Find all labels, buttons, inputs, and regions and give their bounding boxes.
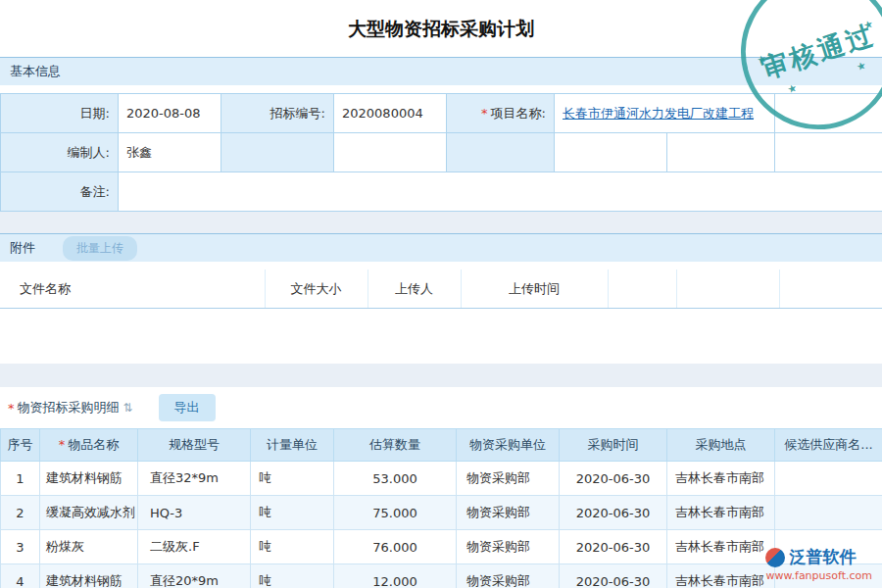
- attach-col-empty: [608, 270, 676, 309]
- attach-col-empty: [779, 270, 882, 309]
- empty-cell: [334, 133, 447, 172]
- date-label: 日期:: [1, 94, 119, 133]
- col-spec: 规格型号: [138, 429, 251, 462]
- project-link[interactable]: 长春市伊通河水力发电厂改建工程: [563, 106, 754, 121]
- detail-cell: 建筑材料钢筋: [40, 564, 138, 588]
- detail-cell: 4: [1, 564, 40, 588]
- detail-cell: 76.000: [334, 530, 457, 564]
- empty-label-cell: [447, 133, 555, 172]
- bid-no-label: 招标编号:: [221, 94, 334, 133]
- col-candidate-supplier: 候选供应商名...: [775, 429, 882, 462]
- col-purchase-time: 采购时间: [560, 429, 667, 462]
- project-label-text: 项目名称:: [491, 106, 546, 121]
- attachments-table: 文件名称 文件大小 上传人 上传时间: [0, 270, 882, 309]
- detail-cell: 物资采购部: [457, 496, 560, 530]
- detail-cell: 75.000: [334, 496, 457, 530]
- section-attachments-title: 附件: [10, 234, 35, 262]
- detail-cell: 2020-06-30: [560, 530, 667, 564]
- detail-cell: 吉林长春市南部: [667, 496, 775, 530]
- detail-cell: 物资采购部: [457, 564, 560, 588]
- detail-cell: [775, 462, 882, 496]
- details-section-header: * 物资招标采购明细 ⇅ 导出: [0, 387, 882, 428]
- brand-url: www.fanpusoft.com: [765, 569, 872, 582]
- preparer-value: 张鑫: [119, 133, 221, 172]
- project-value-cell: 长春市伊通河水力发电厂改建工程: [555, 94, 775, 133]
- col-purchase-place: 采购地点: [667, 429, 775, 462]
- bid-no-value: 2020080004: [334, 94, 447, 133]
- detail-cell: 物资采购部: [457, 530, 560, 564]
- empty-cell: [667, 133, 775, 172]
- required-mark: *: [59, 437, 66, 452]
- detail-cell: 2020-06-30: [560, 496, 667, 530]
- detail-cell: HQ-3: [138, 496, 251, 530]
- required-mark: *: [8, 401, 15, 416]
- remark-label: 备注:: [1, 172, 119, 212]
- preparer-label: 编制人:: [1, 133, 119, 172]
- form-row-1: 日期: 2020-08-08 招标编号: 2020080004 *项目名称: 长…: [1, 94, 882, 133]
- attachments-header-row: 文件名称 文件大小 上传人 上传时间: [0, 270, 882, 309]
- brand-name: 泛普软件: [790, 546, 857, 568]
- brand-logo-icon: [765, 548, 785, 567]
- brand-watermark: 泛普软件 www.fanpusoft.com: [765, 546, 872, 582]
- col-seq: 序号: [1, 429, 40, 462]
- detail-cell: 吨: [251, 496, 334, 530]
- detail-cell: 建筑材料钢筋: [40, 462, 138, 496]
- required-mark: *: [481, 106, 488, 121]
- detail-cell: 吨: [251, 530, 334, 564]
- detail-cell: 直径20*9m: [138, 564, 251, 588]
- details-header-row: 序号 *物品名称 规格型号 计量单位 估算数量 物资采购单位 采购时间 采购地点…: [1, 429, 882, 462]
- attach-col-empty: [676, 270, 779, 309]
- section-basic-info-title: 基本信息: [10, 58, 61, 85]
- detail-cell: 53.000: [334, 462, 457, 496]
- detail-cell: 吉林长春市南部: [667, 530, 775, 564]
- batch-upload-button[interactable]: 批量上传: [63, 236, 137, 261]
- remark-value: [119, 172, 882, 212]
- form-row-remark: 备注:: [1, 172, 882, 212]
- col-item-name-text: 物品名称: [68, 437, 119, 452]
- details-table: 序号 *物品名称 规格型号 计量单位 估算数量 物资采购单位 采购时间 采购地点…: [0, 428, 882, 588]
- detail-cell: 粉煤灰: [40, 530, 138, 564]
- form-row-2: 编制人: 张鑫: [1, 133, 882, 172]
- empty-cell: [775, 94, 882, 133]
- detail-row[interactable]: 3粉煤灰二级灰.F吨76.000物资采购部2020-06-30吉林长春市南部: [1, 530, 882, 564]
- date-value: 2020-08-08: [119, 94, 221, 133]
- attach-col-filesize: 文件大小: [265, 270, 368, 309]
- project-label: *项目名称:: [447, 94, 555, 133]
- page-title: 大型物资招标采购计划: [0, 0, 882, 57]
- section-divider: [0, 364, 882, 387]
- detail-cell: 2020-06-30: [560, 462, 667, 496]
- detail-cell: 12.000: [334, 564, 457, 588]
- detail-cell: 缓凝高效减水剂: [40, 496, 138, 530]
- detail-cell: 2020-06-30: [560, 564, 667, 588]
- detail-cell: 物资采购部: [457, 462, 560, 496]
- details-section-title: 物资招标采购明细: [18, 399, 120, 416]
- details-table-body: 1建筑材料钢筋直径32*9m吨53.000物资采购部2020-06-30吉林长春…: [1, 462, 882, 588]
- detail-cell: 2: [1, 496, 40, 530]
- attach-col-uploadtime: 上传时间: [461, 270, 608, 309]
- detail-cell: 1: [1, 462, 40, 496]
- section-basic-info: 基本信息: [0, 57, 882, 85]
- section-divider: [0, 212, 882, 233]
- detail-cell: 二级灰.F: [138, 530, 251, 564]
- detail-cell: 吨: [251, 564, 334, 588]
- detail-cell: [775, 496, 882, 530]
- empty-cell: [555, 133, 667, 172]
- detail-row[interactable]: 4建筑材料钢筋直径20*9m吨12.000物资采购部2020-06-30吉林长春…: [1, 564, 882, 588]
- detail-row[interactable]: 1建筑材料钢筋直径32*9m吨53.000物资采购部2020-06-30吉林长春…: [1, 462, 882, 496]
- basic-info-form: 日期: 2020-08-08 招标编号: 2020080004 *项目名称: 长…: [0, 93, 882, 212]
- detail-cell: 吨: [251, 462, 334, 496]
- section-attachments: 附件 批量上传: [0, 233, 882, 262]
- col-estimate-qty: 估算数量: [334, 429, 457, 462]
- sort-icon[interactable]: ⇅: [123, 401, 133, 415]
- attach-col-filename: 文件名称: [0, 270, 265, 309]
- export-button[interactable]: 导出: [159, 394, 216, 421]
- empty-label-cell: [221, 133, 334, 172]
- empty-cell: [775, 133, 882, 172]
- col-unit: 计量单位: [251, 429, 334, 462]
- col-purchase-dept: 物资采购单位: [457, 429, 560, 462]
- detail-cell: 吉林长春市南部: [667, 462, 775, 496]
- attachments-empty-area: [0, 309, 882, 364]
- detail-cell: 直径32*9m: [138, 462, 251, 496]
- detail-cell: 3: [1, 530, 40, 564]
- detail-row[interactable]: 2缓凝高效减水剂HQ-3吨75.000物资采购部2020-06-30吉林长春市南…: [1, 496, 882, 530]
